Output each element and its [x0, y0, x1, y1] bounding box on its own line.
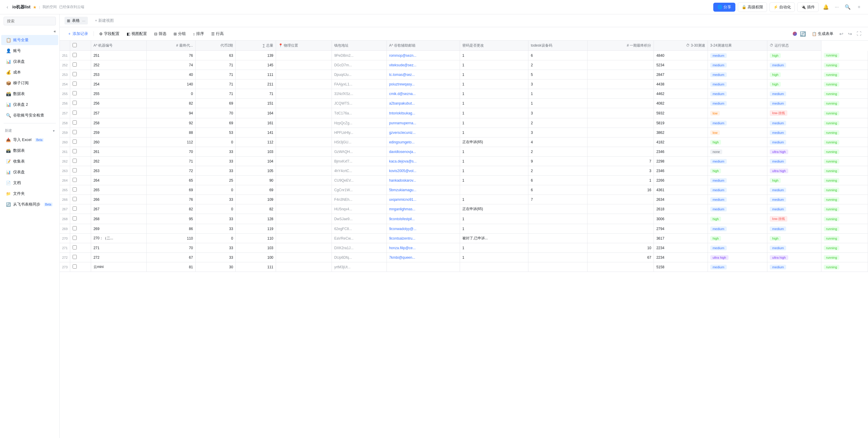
cell-google-email[interactable]: hankadoskarov...	[386, 176, 460, 185]
row-select[interactable]	[72, 255, 77, 259]
sort-button[interactable]: ↕ 排序	[190, 30, 207, 38]
cell-machine-id[interactable]: 252	[91, 60, 146, 70]
cell-machine-id[interactable]: 264	[91, 176, 146, 185]
cell-machine-id[interactable]: 257	[91, 108, 146, 118]
th-machine-id[interactable]: Aᴬ 机器编号	[91, 41, 146, 51]
row-select[interactable]	[72, 149, 77, 153]
cell-google-email[interactable]: uvqammicno91...	[386, 195, 460, 205]
sidebar-item-import-excel[interactable]: 📥 导入 Excel Beta	[1, 135, 58, 145]
select-all-checkbox[interactable]	[72, 43, 77, 47]
tab-more-icon[interactable]: ···	[82, 19, 86, 23]
cell-machine-id[interactable]: 268	[91, 214, 146, 224]
row-select[interactable]	[72, 62, 77, 67]
row-select[interactable]	[72, 53, 77, 57]
sidebar-item-folder[interactable]: 📁 文件夹	[1, 189, 58, 199]
row-select[interactable]	[72, 207, 77, 211]
more-icon[interactable]: ···	[833, 3, 840, 11]
cell-machine-id[interactable]: 265	[91, 185, 146, 195]
advanced-button[interactable]: 🔒 高级权限	[738, 2, 767, 12]
cell-google-email[interactable]: rommop@sezn...	[386, 51, 460, 60]
th-run-status[interactable]: ⏱ 运行状态	[767, 41, 821, 51]
cell-machine-id[interactable]: 253	[91, 70, 146, 80]
th-google-email[interactable]: Aᴬ 谷歌辅助邮箱	[386, 41, 460, 51]
field-config-button[interactable]: ⚙ 字段配置	[96, 30, 122, 38]
cell-google-email[interactable]: 9contolsfestpil...	[386, 214, 460, 224]
row-select[interactable]	[72, 72, 77, 76]
sidebar-item-dashboard[interactable]: 📊 仪表盘	[1, 57, 58, 67]
filter-button[interactable]: ⊟ 筛选	[151, 30, 169, 38]
cell-google-email[interactable]: edingsumgeto...	[386, 137, 460, 147]
th-test-result[interactable]: 3-24测速结果	[708, 41, 767, 51]
row-select[interactable]	[72, 178, 77, 182]
row-select[interactable]	[72, 264, 77, 269]
cell-google-email[interactable]: tntoriokitsukag...	[386, 108, 460, 118]
row-select[interactable]	[72, 82, 77, 86]
expand-icon[interactable]: ⛶	[855, 30, 863, 38]
sidebar-item-account-all[interactable]: 📋 账号全量 ···	[1, 35, 58, 45]
row-select[interactable]	[72, 91, 77, 95]
cell-machine-id[interactable]: 云mini	[91, 262, 146, 272]
row-select[interactable]	[72, 197, 77, 201]
th-password[interactable]: 密码是否更改	[460, 41, 528, 51]
add-record-button[interactable]: ＋ 添加记录	[64, 30, 91, 38]
plugin-button[interactable]: 🔌 插件	[797, 2, 819, 12]
sidebar-item-sync-feishu[interactable]: 🔄 从飞书表格同步 Beta	[1, 199, 58, 210]
row-select[interactable]	[72, 236, 77, 240]
cell-machine-id[interactable]: 266	[91, 195, 146, 205]
cell-machine-id[interactable]: 256	[91, 99, 146, 108]
cell-google-email[interactable]: honza.filip@ce...	[386, 243, 460, 253]
cell-google-email[interactable]: davidtosenovja...	[386, 147, 460, 157]
row-select[interactable]	[72, 101, 77, 105]
back-button[interactable]: ‹	[5, 3, 10, 11]
cell-machine-id[interactable]: 259	[91, 128, 146, 137]
row-select[interactable]	[72, 187, 77, 191]
cell-machine-id[interactable]: 251	[91, 51, 146, 60]
row-select[interactable]	[72, 245, 77, 249]
cell-google-email[interactable]: kaca.dejova@s...	[386, 157, 460, 166]
row-select[interactable]	[72, 168, 77, 173]
cell-machine-id[interactable]: 255	[91, 89, 146, 99]
row-select[interactable]	[72, 216, 77, 220]
cell-machine-id[interactable]: 272	[91, 253, 146, 262]
sidebar-item-doc[interactable]: 📄 文档	[1, 178, 58, 188]
new-view-button[interactable]: + 新建视图	[93, 17, 116, 25]
cell-google-email[interactable]: tc.tomas@sez...	[386, 70, 460, 80]
cell-machine-id[interactable]: 254	[91, 80, 146, 89]
cell-google-email[interactable]: 9contsalzentru...	[386, 233, 460, 243]
tab-table[interactable]: ⊞ 表格 ···	[64, 17, 88, 25]
automate-button[interactable]: ⚡ 自动化	[769, 2, 795, 12]
cell-google-email[interactable]: 7kmbi@queen...	[386, 253, 460, 262]
cell-google-email[interactable]: kovis2005@vol...	[386, 166, 460, 176]
cell-google-email[interactable]: a2banpakubut...	[386, 99, 460, 108]
cell-machine-id[interactable]: 260	[91, 137, 146, 147]
undo-icon[interactable]: ↩	[838, 30, 845, 38]
cell-machine-id[interactable]: 262	[91, 157, 146, 166]
cell-machine-id[interactable]: 271	[91, 243, 146, 253]
th-physical[interactable]: 📍 物理位置	[276, 41, 332, 51]
row-select[interactable]	[72, 226, 77, 230]
th-token2[interactable]: 代币2期	[195, 41, 236, 51]
th-wallet[interactable]: 钱包地址	[332, 41, 386, 51]
row-select[interactable]	[72, 159, 77, 163]
row-height-button[interactable]: ☰ 行高	[208, 30, 227, 38]
search-icon[interactable]: 🔍	[843, 3, 852, 11]
cell-google-email[interactable]: punnamuperna...	[386, 118, 460, 128]
sidebar-item-data-table2[interactable]: 🗃️ 数据表	[1, 146, 58, 156]
view-config-button[interactable]: ◧ 视图配置	[124, 30, 150, 38]
chevron-down-icon[interactable]: ▾	[53, 129, 55, 133]
th-latest[interactable]: # 最终代...	[147, 41, 196, 51]
th-todesk[interactable]: todesk设备码	[528, 41, 588, 51]
cell-google-email[interactable]: poiuztrewqasy...	[386, 80, 460, 89]
share-button[interactable]: 🌐 分享	[713, 3, 735, 12]
cell-google-email[interactable]: 5bmzukiamagu...	[386, 185, 460, 195]
star-icon[interactable]: ★	[33, 5, 37, 9]
redo-icon[interactable]: ↪	[846, 30, 854, 38]
th-speed[interactable]: ⏱ 3-30测速	[654, 41, 708, 51]
collapse-button[interactable]: «	[0, 28, 59, 35]
cell-machine-id[interactable]: 258	[91, 118, 146, 128]
sidebar-item-ladder-order[interactable]: 📦 梯子订阅	[1, 78, 58, 88]
sidebar-item-data-table[interactable]: 🗃️ 数据表	[1, 89, 58, 99]
cell-google-email[interactable]: mnganlighmas...	[386, 205, 460, 214]
notification-icon[interactable]: 🔔	[821, 3, 831, 11]
row-select[interactable]	[72, 139, 77, 144]
